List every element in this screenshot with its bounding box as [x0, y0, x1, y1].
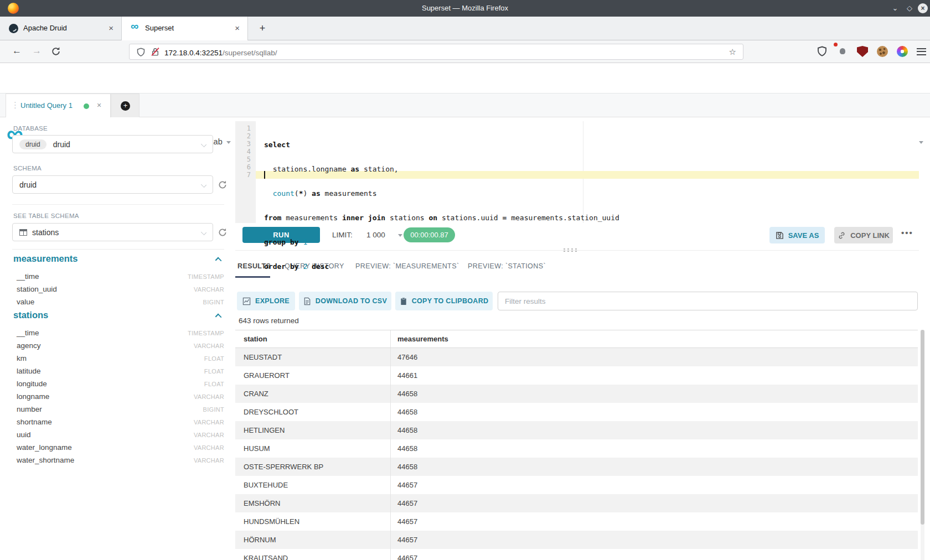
cell-measurements: 44658 — [391, 385, 918, 403]
table-value: stations — [32, 228, 59, 237]
cell-measurements: 44661 — [391, 366, 918, 385]
table-schema-select[interactable]: stations — [12, 223, 213, 241]
table-row: HUNDSMÜHLEN44657 — [235, 512, 918, 531]
browser-tab-superset[interactable]: ∞ Superset × — [122, 17, 248, 40]
download-csv-label: DOWNLOAD TO CSV — [316, 297, 387, 305]
column-name: uuid — [13, 431, 31, 439]
code-line: order by 2 desc — [256, 263, 919, 271]
collapse-chevron-icon[interactable] — [215, 257, 222, 264]
cell-measurements: 44658 — [391, 439, 918, 458]
bookmark-star-icon[interactable]: ☆ — [729, 47, 736, 57]
browser-tabstrip: Apache Druid × ∞ Superset × + — [0, 17, 930, 40]
table-section-stations[interactable]: stations — [13, 310, 48, 320]
column-type: FLOAT — [204, 368, 224, 375]
chevron-down-icon — [201, 230, 206, 235]
extension-shield-icon[interactable] — [817, 46, 828, 57]
column-row: latitudeFLOAT — [13, 365, 224, 377]
tab-close-icon[interactable]: × — [235, 23, 240, 33]
column-type: BIGINT — [203, 406, 224, 413]
column-row: water_longnameVARCHAR — [13, 441, 224, 454]
column-name: agency — [13, 341, 41, 350]
back-icon[interactable]: ← — [12, 45, 22, 56]
cell-station: BUXTEHUDE — [235, 476, 391, 494]
header-station[interactable]: station — [235, 330, 391, 348]
table-section-measurements[interactable]: measurements — [13, 253, 78, 264]
window-title: Superset — Mozilla Firefox — [0, 4, 930, 12]
column-name: number — [13, 405, 42, 413]
more-actions-button[interactable]: ••• — [901, 228, 913, 237]
window-maximize-icon[interactable]: ◇ — [905, 3, 914, 13]
schema-value: druid — [19, 180, 37, 189]
superset-favicon: ∞ — [131, 20, 138, 33]
results-table: station measurements NEUSTADT47646 GRAUE… — [235, 330, 918, 560]
insecure-lock-icon[interactable] — [151, 47, 160, 56]
table-scrollbar[interactable] — [921, 330, 924, 560]
cell-station: DREYSCHLOOT — [235, 403, 391, 421]
column-name: water_longname — [13, 443, 72, 452]
table-row: EMSHÖRN44657 — [235, 494, 918, 512]
column-type: VARCHAR — [194, 419, 224, 426]
scrollbar-thumb[interactable] — [921, 330, 924, 525]
rows-returned-text: 643 rows returned — [239, 317, 299, 325]
measurements-column-list: __timeTIMESTAMP station_uuidVARCHAR valu… — [13, 270, 224, 308]
database-pill: druid — [19, 139, 46, 149]
colorful-extension-icon[interactable] — [897, 46, 908, 57]
url-field[interactable]: 172.18.0.4:32251/superset/sqllab/ ☆ — [129, 44, 743, 60]
drag-handle-icon[interactable]: ⋮ — [11, 100, 18, 110]
table-row: KRAUTSAND44657 — [235, 549, 918, 560]
schema-select[interactable]: druid — [12, 175, 213, 194]
cookie-extension-icon[interactable] — [877, 46, 888, 57]
cell-station: KRAUTSAND — [235, 549, 391, 560]
sql-code[interactable]: select stations.longname as station, cou… — [256, 125, 919, 312]
splitter-grip-icon[interactable] — [562, 248, 578, 252]
table-icon — [19, 229, 27, 236]
column-row: valueBIGINT — [13, 295, 224, 308]
forward-icon[interactable]: → — [32, 45, 42, 56]
column-type: FLOAT — [204, 381, 224, 387]
query-tab-bar: ⋮ Untitled Query 1 × + — [0, 94, 930, 117]
code-line — [256, 287, 919, 295]
query-tab-untitled-1[interactable]: ⋮ Untitled Query 1 × — [6, 94, 111, 117]
table-row: BUXTEHUDE44657 — [235, 476, 918, 494]
cell-station: CRANZ — [235, 385, 391, 403]
column-type: TIMESTAMP — [188, 273, 224, 280]
clipboard-icon — [400, 297, 407, 305]
chevron-down-icon — [201, 142, 206, 147]
active-tab-underline — [235, 276, 270, 278]
sql-editor[interactable]: 123 456 7 select stations.longname as st… — [235, 121, 919, 223]
column-name: value — [13, 298, 34, 306]
tracking-shield-icon[interactable] — [136, 48, 146, 57]
ublock-origin-icon[interactable] — [857, 46, 868, 57]
browser-toolbar: ← → 172.18.0.4:32251/superset/sqllab/ ☆ — [0, 40, 930, 63]
query-tab-close-icon[interactable]: × — [97, 101, 101, 110]
druid-favicon — [9, 24, 18, 33]
refresh-schema-icon[interactable] — [218, 180, 228, 190]
column-row: agencyVARCHAR — [13, 339, 224, 352]
refresh-table-icon[interactable] — [218, 227, 228, 237]
code-line: count(*) as measurements — [256, 190, 919, 198]
window-close-icon[interactable]: × — [918, 3, 928, 13]
cell-station: EMSHÖRN — [235, 494, 391, 512]
cell-station: GRAUERORT — [235, 366, 391, 385]
column-type: VARCHAR — [194, 393, 224, 400]
reload-icon[interactable] — [51, 46, 61, 56]
menu-hamburger-icon[interactable] — [917, 48, 926, 55]
browser-tab-apache-druid[interactable]: Apache Druid × — [0, 17, 122, 40]
new-tab-button[interactable]: + — [256, 22, 269, 35]
cell-station: HUSUM — [235, 439, 391, 458]
limit-chevron-icon[interactable] — [398, 234, 402, 237]
file-icon — [303, 297, 311, 305]
column-name: longname — [13, 392, 49, 401]
column-row: water_shortnameVARCHAR — [13, 454, 224, 466]
header-measurements[interactable]: measurements — [391, 330, 918, 348]
column-row: __timeTIMESTAMP — [13, 270, 224, 283]
table-row: HETLINGEN44658 — [235, 421, 918, 439]
collapse-chevron-icon[interactable] — [215, 314, 222, 320]
database-select[interactable]: druid druid — [12, 135, 213, 153]
limit-value[interactable]: 1 000 — [366, 231, 385, 239]
window-menu-chevron-icon[interactable]: ⌄ — [890, 3, 900, 13]
tab-close-icon[interactable]: × — [108, 23, 113, 33]
tab-label: Superset — [145, 24, 174, 32]
window-titlebar: Superset — Mozilla Firefox ⌄ ◇ × — [0, 0, 930, 17]
new-query-tab[interactable]: + — [111, 94, 140, 117]
